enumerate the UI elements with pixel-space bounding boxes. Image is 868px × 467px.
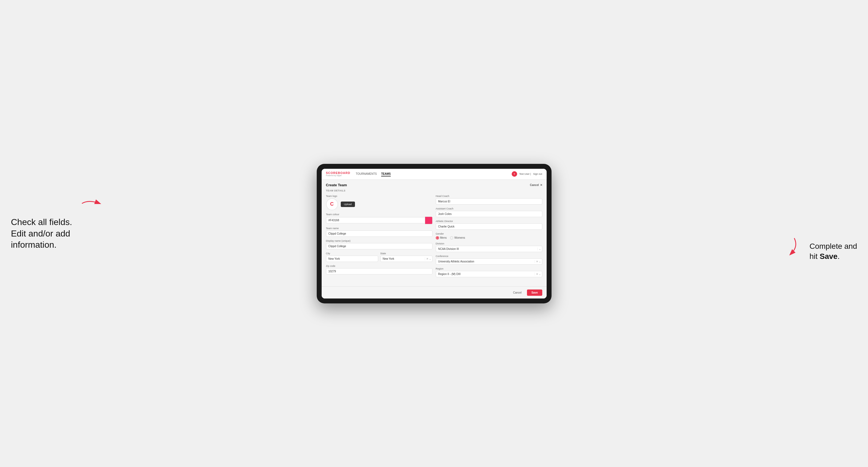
user-avatar: T <box>512 171 517 177</box>
display-name-label: Display name (unique) <box>326 240 433 242</box>
head-coach-field: Head Coach <box>436 195 542 205</box>
division-chevron-icon[interactable]: ⌄ <box>539 247 541 250</box>
state-clear-icon[interactable]: ✕ <box>426 257 428 260</box>
athletic-director-label: Athletic Director <box>436 220 542 223</box>
tablet-frame: SCOREBOARD Powered by clippd TOURNAMENTS… <box>317 164 552 303</box>
form-footer: Cancel Save <box>322 286 547 299</box>
mens-label: Mens <box>440 236 447 239</box>
conference-clear-icon[interactable]: ✕ <box>536 260 538 263</box>
conference-actions: ✕ ⌄ <box>535 260 542 263</box>
assistant-coach-input[interactable] <box>436 211 542 217</box>
form-grid: Team logo C Upload Team colour <box>326 195 542 280</box>
right-annotation: Complete and hit Save. <box>810 242 857 261</box>
main-content: Create Team Cancel ✕ TEAM DETAILS Team l… <box>322 180 547 285</box>
state-field: State New York ✕ ⌄ <box>380 252 433 262</box>
region-value: Region II - (M) DIII <box>436 271 535 277</box>
sign-out-link[interactable]: Sign out <box>533 173 542 175</box>
team-name-input[interactable] <box>326 230 433 237</box>
zip-label: Zip code <box>326 264 433 268</box>
nav-bar: SCOREBOARD Powered by clippd TOURNAMENTS… <box>322 169 547 180</box>
division-label: Division <box>436 242 542 245</box>
zip-code-field: Zip code <box>326 264 433 275</box>
upload-button[interactable]: Upload <box>341 201 355 207</box>
team-name-label: Team name <box>326 227 433 230</box>
state-chevron-icon[interactable]: ⌄ <box>429 257 431 260</box>
cancel-button[interactable]: Cancel <box>510 289 524 296</box>
form-left: Team logo C Upload Team colour <box>326 195 433 280</box>
womens-label: Womens <box>454 236 465 239</box>
color-input-row <box>326 217 433 224</box>
gender-mens-option[interactable]: Mens <box>436 236 447 240</box>
city-state-row: City State New York ✕ ⌄ <box>326 252 433 264</box>
city-field: City <box>326 252 378 262</box>
city-label: City <box>326 252 378 255</box>
head-coach-label: Head Coach <box>436 195 542 197</box>
conference-chevron-icon[interactable]: ⌄ <box>539 260 541 263</box>
assistant-coach-label: Assistant Coach <box>436 207 542 210</box>
state-select[interactable]: New York ✕ ⌄ <box>380 256 433 262</box>
womens-radio-dot[interactable] <box>450 236 453 240</box>
nav-right: T Test User | Sign out <box>512 171 542 177</box>
head-coach-input[interactable] <box>436 198 542 205</box>
left-arrow-icon <box>81 198 102 209</box>
division-field: Division NCAA Division III ⌄ <box>436 242 542 252</box>
user-name: Test User | <box>519 173 531 175</box>
team-logo-field: Team logo C Upload <box>326 195 433 210</box>
cancel-top-button[interactable]: Cancel ✕ <box>530 184 542 187</box>
save-button[interactable]: Save <box>527 289 542 296</box>
region-label: Region <box>436 268 542 270</box>
color-swatch[interactable] <box>425 217 433 224</box>
logo-sub: Powered by clippd <box>326 175 350 177</box>
team-logo-label: Team logo <box>326 195 433 197</box>
team-name-field: Team name <box>326 227 433 237</box>
region-clear-icon[interactable]: ✕ <box>536 273 538 276</box>
assistant-coach-field: Assistant Coach <box>436 207 542 217</box>
gender-field: Gender Mens Womens <box>436 232 542 240</box>
gender-options: Mens Womens <box>436 236 542 240</box>
form-right: Head Coach Assistant Coach Athletic Dire… <box>436 195 542 280</box>
nav-links: TOURNAMENTS TEAMS <box>356 172 391 177</box>
team-colour-label: Team colour <box>326 213 433 216</box>
region-field: Region Region II - (M) DIII ✕ ⌄ <box>436 268 542 277</box>
nav-link-tournaments[interactable]: TOURNAMENTS <box>356 172 377 177</box>
conference-select[interactable]: University Athletic Association ✕ ⌄ <box>436 258 542 264</box>
team-colour-field: Team colour <box>326 213 433 224</box>
close-icon: ✕ <box>540 184 542 187</box>
nav-link-teams[interactable]: TEAMS <box>381 172 391 177</box>
tablet-screen: SCOREBOARD Powered by clippd TOURNAMENTS… <box>322 169 547 299</box>
state-label: State <box>380 252 433 255</box>
logo-area: SCOREBOARD Powered by clippd <box>326 172 350 177</box>
logo-circle: C <box>326 198 338 210</box>
zip-input[interactable] <box>326 268 433 275</box>
page-title-row: Create Team Cancel ✕ <box>326 183 542 187</box>
gender-womens-option[interactable]: Womens <box>450 236 465 240</box>
display-name-input[interactable] <box>326 243 433 249</box>
state-select-actions: ✕ ⌄ <box>425 257 432 260</box>
region-chevron-icon[interactable]: ⌄ <box>539 273 541 276</box>
conference-label: Conference <box>436 255 542 257</box>
region-actions: ✕ ⌄ <box>535 273 542 276</box>
city-input[interactable] <box>326 256 378 262</box>
division-value: NCAA Division III <box>436 246 537 252</box>
team-colour-input[interactable] <box>326 217 425 223</box>
team-logo-area: C Upload <box>326 198 433 210</box>
gender-label: Gender <box>436 232 542 235</box>
athletic-director-field: Athletic Director <box>436 220 542 230</box>
mens-radio-dot[interactable] <box>436 236 439 240</box>
division-select[interactable]: NCAA Division III ⌄ <box>436 246 542 252</box>
conference-value: University Athletic Association <box>436 259 535 264</box>
conference-field: Conference University Athletic Associati… <box>436 255 542 264</box>
state-value: New York <box>381 256 425 261</box>
page-title: Create Team <box>326 183 347 187</box>
region-select[interactable]: Region II - (M) DIII ✕ ⌄ <box>436 271 542 277</box>
section-label: TEAM DETAILS <box>326 189 542 192</box>
display-name-field: Display name (unique) <box>326 240 433 249</box>
division-chevron: ⌄ <box>537 247 542 250</box>
logo-text: SCOREBOARD <box>326 172 350 175</box>
left-annotation: Check all fields. Edit and/or add inform… <box>11 217 72 251</box>
athletic-director-input[interactable] <box>436 223 542 230</box>
right-arrow-icon <box>786 237 803 256</box>
